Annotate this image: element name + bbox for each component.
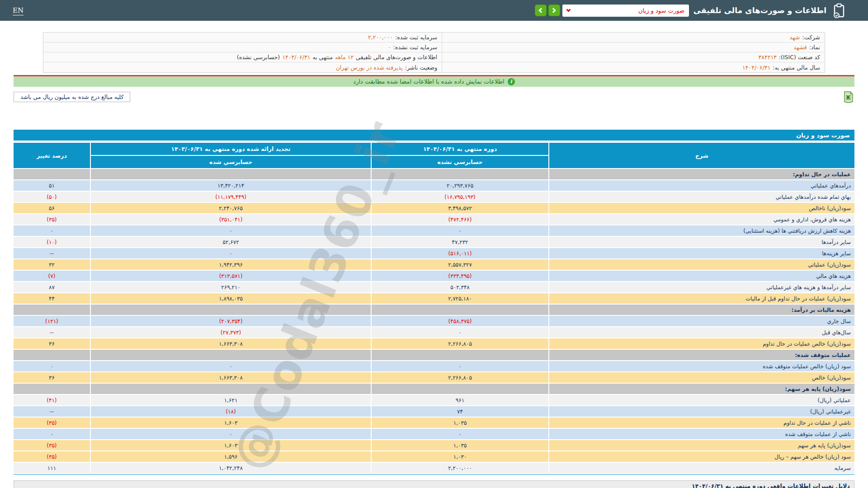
clipboard-report-icon[interactable] <box>833 3 845 18</box>
excel-export-icon[interactable] <box>843 91 854 103</box>
cell-period-current: ۲,۷۲۵,۱۸۰ <box>372 293 548 304</box>
section-row: عملیات در حال تداوم: <box>14 169 854 179</box>
cell-period-current: (۵۱۶,۰۱۱) <box>372 248 548 258</box>
symbol-value: قشهد <box>793 44 807 51</box>
cell-period-prior: ۱۳,۴۲۰,۲۱۴ <box>91 180 371 191</box>
cell-period-current: ۳,۴۹۸,۵۷۲ <box>372 203 548 213</box>
row-label: بهاي تمام شده درآمدهاي عملياتي <box>549 192 854 202</box>
cell-percent-change: (۵۰) <box>14 192 90 202</box>
isic-value: ۳۸۴۲۱۳ <box>759 54 777 61</box>
cell-period-prior: (۲۷,۳۷۳) <box>91 327 371 338</box>
isic-label: کد صنعت (ISIC): <box>779 54 820 61</box>
cell-period-current: ۰ <box>372 225 548 236</box>
cell-period-prior: ۰ <box>91 361 371 371</box>
info-row-isic: کد صنعت (ISIC): ۳۸۴۲۱۳ اطلاعات و صورت‌ها… <box>43 52 825 62</box>
report-period-text: اطلاعات و صورت‌های مالی تلفیقی ۱۲ ماهه م… <box>43 52 442 62</box>
symbol-label: نماد: <box>809 44 820 51</box>
cell-period-current: ۲,۲۰۰,۰۰۰ <box>372 463 548 473</box>
cell-period-current: (۴۷۲,۴۶۶) <box>372 214 548 225</box>
cell-period-prior: ۱,۰۴۲,۲۴۸ <box>91 463 371 473</box>
row-label: ناشي از عمليات متوقف شده <box>549 429 854 439</box>
signed-info-banner: i اطلاعات نمایش داده شده با اطلاعات امضا… <box>14 76 854 87</box>
cell-percent-change: ۵۱ <box>14 180 90 191</box>
info-row-fiscal: سال مالی منتهی به: ۱۴۰۴/۰۶/۳۱ وضعیت ناشر… <box>43 62 825 72</box>
cell-period-prior: ۰ <box>91 248 371 258</box>
cell-percent-change: ۰ <box>14 429 90 439</box>
cell-period-prior: ۱,۶۰۳ <box>91 440 371 450</box>
table-row: بهاي تمام شده درآمدهاي عملياتي(۱۶,۷۹۵,۱۹… <box>14 192 854 202</box>
section-row: عمليات متوقف شده: <box>14 350 854 360</box>
cell-period-current <box>372 169 548 179</box>
cell-period-prior: ۲۶۹,۲۱۰ <box>91 282 371 292</box>
cell-period-current <box>372 384 548 394</box>
chevron-right-icon <box>551 8 556 13</box>
cell-percent-change: ۳۲ <box>14 259 90 270</box>
cell-period-prior: ۲,۲۴۰,۷۶۵ <box>91 203 371 213</box>
cell-period-current: (۴۵۸,۳۷۵) <box>372 316 548 326</box>
cell-percent-change: (۱۲۱) <box>14 316 90 326</box>
cell-period-current: ۱,۰۳۰ <box>372 451 548 462</box>
signed-banner-text: اطلاعات نمایش داده شده با اطلاعات امضا ش… <box>353 78 504 85</box>
cell-period-prior: (۲۰۷,۳۵۴) <box>91 316 371 326</box>
table-header: شرح دوره منتهي به ۱۴۰۴/۰۶/۳۱ حسابرسي نشد… <box>14 143 854 168</box>
column-header-current-period: دوره منتهي به ۱۴۰۴/۰۶/۳۱ حسابرسي نشده <box>372 143 548 168</box>
cell-period-current: ۲,۲۶۶,۸۰۵ <box>372 372 548 383</box>
next-statement-button[interactable] <box>548 5 560 16</box>
row-label: هزينه ماليات بر درآمد: <box>549 305 854 315</box>
language-en-link[interactable]: EN <box>13 6 24 14</box>
cell-percent-change: ۵۶ <box>14 203 90 213</box>
cell-period-current: ۰ <box>372 327 548 338</box>
row-label: سود(زيان) پايه هر سهم: <box>549 384 854 394</box>
table-row: سود(زيان) خالص عمليات در حال تداوم۲,۲۶۶,… <box>14 338 854 349</box>
cell-period-prior: ۱,۶۶۳,۳۰۸ <box>91 372 371 383</box>
issuer-status-value: پذیرفته شده در بورس تهران <box>336 64 403 71</box>
table-row: سود (زيان) خالص هر سهم – ريال۱,۰۳۰۱,۵۹۶(… <box>14 451 854 462</box>
unregistered-capital-value: ۰ <box>388 44 391 51</box>
cell-percent-change: ۱۱۱ <box>14 463 90 473</box>
cell-percent-change <box>14 384 90 394</box>
chevron-left-icon <box>539 8 544 13</box>
statement-type-select[interactable]: صورت سود و زیان <box>562 5 689 17</box>
report-part-5: (حسابرسی نشده) <box>237 54 280 61</box>
table-row: هزينه هاي مالي(۳۳۴,۴۹۵)(۳۱۳,۵۷۱)(۷) <box>14 271 854 281</box>
section-row: هزينه ماليات بر درآمد: <box>14 305 854 315</box>
cell-period-current: ۹۶۱ <box>372 395 548 405</box>
table-row: عملياتي (ريال)۹۶۱۱,۶۲۱(۴۱) <box>14 395 854 405</box>
row-label: سود(زيان) پايه هر سهم <box>549 440 854 450</box>
cell-percent-change: ۳۶ <box>14 338 90 349</box>
cell-period-current: ۲,۲۶۶,۸۰۵ <box>372 338 548 349</box>
footer-reasons-title: دلایل تغییرات اطلاعات واقعی دوره منتهی ب… <box>692 483 850 488</box>
row-label: هزينه هاي فروش، اداري و عمومي <box>549 214 854 225</box>
cell-period-prior: (۳۵۱,۰۴۱) <box>91 214 371 225</box>
note-row: کلیه مبالغ درج شده به میلیون ریال می باش… <box>14 91 854 103</box>
profit-loss-table: صورت سود و زیان شرح دوره منتهي به ۱۴۰۴/۰… <box>14 130 854 475</box>
table-row: ساير هزينه‌ها(۵۱۶,۰۱۱)۰-- <box>14 248 854 258</box>
cell-period-current: ۴۷,۲۳۲ <box>372 237 548 247</box>
cell-period-current: ۷۴ <box>372 406 548 417</box>
issuer-status-label: وضعیت ناشر: <box>405 64 438 71</box>
table-row: هزينه هاي فروش، اداري و عمومي(۴۷۲,۴۶۶)(۳… <box>14 214 854 225</box>
prior-period-audit-status: حسابرسي شده <box>91 156 371 168</box>
cell-percent-change: -- <box>14 248 90 258</box>
table-row: غيرعملياتي (ريال)۷۴(۱۸)-- <box>14 406 854 417</box>
company-value: شهد <box>789 34 800 41</box>
cell-period-prior: ۱,۶۶۳,۳۰۸ <box>91 338 371 349</box>
table-title-bar: صورت سود و زیان <box>14 130 854 141</box>
cell-percent-change: (۳۵) <box>14 418 90 428</box>
table-row: درآمدهاي عملياتي۲۰,۲۹۳,۷۶۵۱۳,۴۲۰,۲۱۴۵۱ <box>14 180 854 191</box>
page-title: اطلاعات و صورت‌های مالی تلفیقی <box>693 6 826 15</box>
fiscal-year-label: سال مالی منتهی به: <box>773 64 820 71</box>
row-label: سود (زيان) خالص عمليات متوقف شده <box>549 361 854 371</box>
table-row: سود(زيان) عمليات در حال تداوم قبل از مال… <box>14 293 854 304</box>
row-label: درآمدهاي عملياتي <box>549 180 854 191</box>
row-label: سرمايه <box>549 463 854 473</box>
cell-period-prior: ۱,۸۹۸,۰۳۵ <box>91 293 371 304</box>
cell-period-prior <box>91 169 371 179</box>
row-label: ساير درآمدها و هزينه هاي غيرعملياتي <box>549 282 854 292</box>
row-label: غيرعملياتي (ريال) <box>549 406 854 417</box>
cell-period-prior: ۱,۹۴۲,۳۹۶ <box>91 259 371 270</box>
cell-percent-change <box>14 169 90 179</box>
unregistered-capital-label: سرمایه ثبت نشده: <box>393 44 437 51</box>
prior-period-title: تجدید ارائه شده دوره منتهي به ۱۴۰۳/۰۶/۳۱ <box>91 143 371 155</box>
prev-statement-button[interactable] <box>535 5 547 16</box>
